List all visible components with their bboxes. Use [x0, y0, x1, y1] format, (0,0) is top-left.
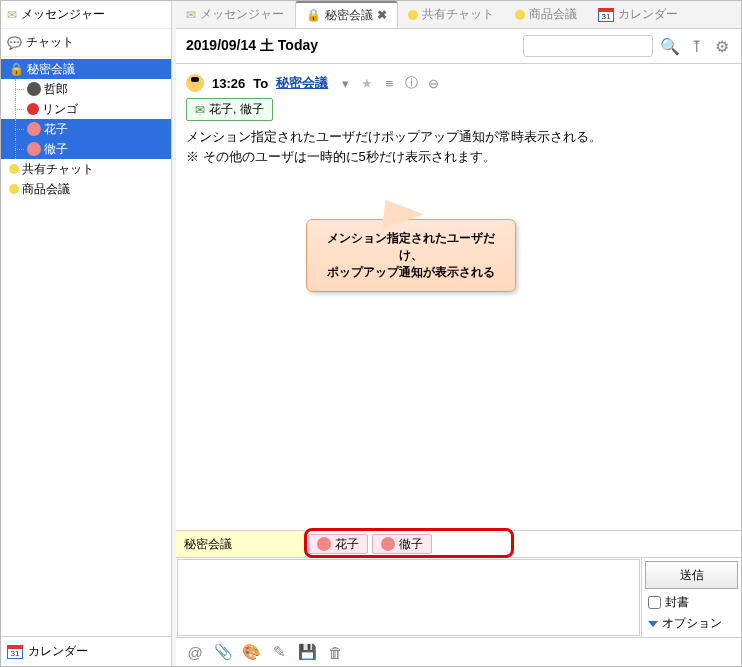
message-body: メンション指定されたユーザだけポップアップ通知が常時表示される。 ※ その他のユ…: [186, 127, 731, 166]
info-icon[interactable]: ⓘ: [402, 74, 420, 92]
options-label: オプション: [662, 615, 722, 632]
recipient-chip-label: 徹子: [399, 536, 423, 553]
tree-product-meeting[interactable]: 商品会議: [1, 179, 171, 199]
sidebar-tree: 🔒 秘密会議 哲郎 リンゴ 花子 徹子 共有チャット: [1, 57, 171, 632]
avatar-female-icon: [27, 122, 41, 136]
minus-circle-icon[interactable]: ⊖: [424, 74, 442, 92]
calendar-icon: 31: [7, 645, 23, 659]
sidebar-messenger[interactable]: ✉ メッセンジャー: [1, 1, 171, 29]
tab-label: カレンダー: [618, 6, 678, 23]
tab-calendar[interactable]: 31 カレンダー: [588, 1, 689, 28]
content-panel: ✉ メッセンジャー 🔒 秘密会議 ✖ 共有チャット 商品会議 31 カレンダー: [176, 1, 741, 666]
avatar-female-icon: [381, 537, 395, 551]
save-icon[interactable]: 💾: [298, 643, 316, 661]
chat-bubble-icon: 💬: [7, 36, 22, 50]
mention-names: 花子, 徹子: [209, 101, 264, 118]
recipient-chip-label: 花子: [335, 536, 359, 553]
message-line: メンション指定されたユーザだけポップアップ通知が常時表示される。: [186, 127, 731, 147]
sealed-label: 封書: [665, 594, 689, 611]
date-bar: 2019/09/14 土 Today 🔍 ⤒ ⚙: [176, 29, 741, 64]
tree-shared-chat[interactable]: 共有チャット: [1, 159, 171, 179]
message-action-icons: ▾ ★ ≡ ⓘ ⊖: [336, 74, 442, 92]
callout-line: メンション指定されたユーザだけ、: [317, 230, 505, 264]
recipients-row: 秘密会議 花子 徹子: [176, 531, 741, 558]
recipient-chip-tetsuko[interactable]: 徹子: [372, 534, 432, 554]
message-to-label: To: [253, 76, 268, 91]
tree-child-label: 徹子: [44, 141, 68, 158]
avatar-male-icon: [27, 82, 41, 96]
tree-child-hanako[interactable]: 花子: [1, 119, 171, 139]
tree-extra-label: 共有チャット: [22, 161, 94, 178]
palette-icon[interactable]: 🎨: [242, 643, 260, 661]
tree-extra-label: 商品会議: [22, 181, 70, 198]
mention-icon[interactable]: @: [186, 643, 204, 661]
sidebar: ✉ メッセンジャー 💬 チャット 🔒 秘密会議 哲郎 リンゴ 花子: [1, 1, 172, 666]
gear-icon[interactable]: ⚙: [713, 37, 731, 55]
tab-messenger[interactable]: ✉ メッセンジャー: [176, 1, 295, 28]
mail-check-icon: ✉: [195, 103, 205, 117]
compose-textarea[interactable]: [176, 558, 641, 637]
tree-child-tetsuro[interactable]: 哲郎: [1, 79, 171, 99]
apple-icon: [27, 103, 39, 115]
edit-icon[interactable]: ✎: [270, 643, 288, 661]
close-icon[interactable]: ✖: [377, 8, 387, 22]
sidebar-calendar-label: カレンダー: [28, 643, 88, 660]
mention-box[interactable]: ✉ 花子, 徹子: [186, 98, 273, 121]
tab-product-meeting[interactable]: 商品会議: [505, 1, 588, 28]
sidebar-messenger-label: メッセンジャー: [21, 6, 105, 23]
message-header: 13:26 To 秘密会議 ▾ ★ ≡ ⓘ ⊖: [186, 74, 731, 92]
chevron-down-icon[interactable]: ▾: [336, 74, 354, 92]
star-icon[interactable]: ★: [358, 74, 376, 92]
menu-icon[interactable]: ≡: [380, 74, 398, 92]
send-button[interactable]: 送信: [645, 561, 738, 589]
dot-icon: [515, 10, 525, 20]
dot-icon: [9, 164, 19, 174]
tree-root-label: 秘密会議: [27, 61, 75, 78]
chevron-down-icon: [648, 621, 658, 627]
tree-child-label: 哲郎: [44, 81, 68, 98]
message-line: ※ その他のユーザは一時的に5秒だけ表示されます。: [186, 147, 731, 167]
options-toggle[interactable]: オプション: [642, 613, 741, 634]
lock-icon: 🔒: [9, 62, 24, 76]
attach-icon[interactable]: 📎: [214, 643, 232, 661]
envelope-icon: ✉: [7, 8, 17, 22]
tab-label: 共有チャット: [422, 6, 494, 23]
tree-root-secret[interactable]: 🔒 秘密会議: [1, 59, 171, 79]
message-area: 13:26 To 秘密会議 ▾ ★ ≡ ⓘ ⊖ ✉ 花子, 徹子 メンション指定…: [176, 64, 741, 531]
trash-icon[interactable]: 🗑: [326, 643, 344, 661]
sealed-checkbox-row[interactable]: 封書: [642, 592, 741, 613]
tree-child-label: リンゴ: [42, 101, 78, 118]
tree-child-tetsuko[interactable]: 徹子: [1, 139, 171, 159]
tab-shared-chat[interactable]: 共有チャット: [398, 1, 505, 28]
date-text: 2019/09/14 土 Today: [186, 37, 515, 55]
tab-bar: ✉ メッセンジャー 🔒 秘密会議 ✖ 共有チャット 商品会議 31 カレンダー: [176, 1, 741, 29]
search-icon[interactable]: 🔍: [661, 37, 679, 55]
compose-area: 送信 封書 オプション: [176, 558, 741, 638]
sealed-checkbox[interactable]: [648, 596, 661, 609]
dot-icon: [9, 184, 19, 194]
tab-label: 商品会議: [529, 6, 577, 23]
tab-label: 秘密会議: [325, 7, 373, 24]
sidebar-chat[interactable]: 💬 チャット: [1, 29, 171, 57]
recipients-room-label[interactable]: 秘密会議: [176, 531, 306, 557]
scroll-top-icon[interactable]: ⤒: [687, 37, 705, 55]
compose-side-panel: 送信 封書 オプション: [641, 558, 741, 637]
message-time: 13:26: [212, 76, 245, 91]
avatar-female-icon: [27, 142, 41, 156]
search-input[interactable]: [523, 35, 653, 57]
tree-child-label: 花子: [44, 121, 68, 138]
calendar-icon: 31: [598, 8, 614, 22]
message-room-link[interactable]: 秘密会議: [276, 74, 328, 92]
tab-secret-meeting[interactable]: 🔒 秘密会議 ✖: [295, 1, 398, 28]
tree-child-ringo[interactable]: リンゴ: [1, 99, 171, 119]
tab-label: メッセンジャー: [200, 6, 284, 23]
recipient-chip-hanako[interactable]: 花子: [308, 534, 368, 554]
callout-line: ポップアップ通知が表示される: [317, 264, 505, 281]
avatar-female-icon: [317, 537, 331, 551]
annotation-callout: メンション指定されたユーザだけ、 ポップアップ通知が表示される: [306, 219, 516, 292]
lock-icon: 🔒: [306, 8, 321, 22]
compose-toolbar: @ 📎 🎨 ✎ 💾 🗑: [176, 638, 741, 666]
sidebar-calendar[interactable]: 31 カレンダー: [1, 636, 171, 666]
envelope-icon: ✉: [186, 8, 196, 22]
avatar-icon: [186, 74, 204, 92]
